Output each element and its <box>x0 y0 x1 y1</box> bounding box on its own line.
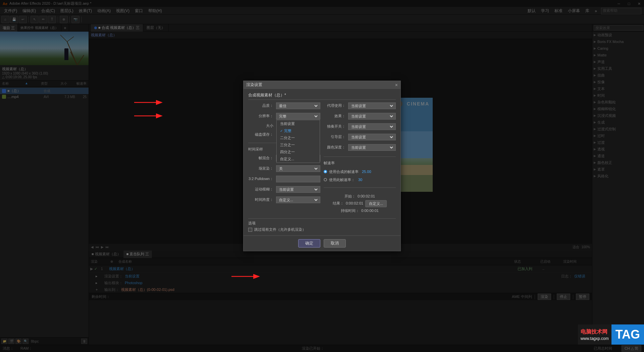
checkmark-icon: ✓ <box>280 129 283 133</box>
proxy-dropdown[interactable]: 当前设置 <box>350 103 394 108</box>
timespan-label: 时间跨度： <box>248 197 273 202</box>
radio-use-this-fps: 使用此帧速率： 30 <box>324 177 396 182</box>
comp-fps-value: 25.00 <box>362 170 371 174</box>
colordepth-select[interactable]: 当前设置 <box>348 144 396 151</box>
duration-label: 持续时间： <box>341 208 359 214</box>
dialog-right-col: 代理使用： 当前设置 效果： 当前设置 <box>324 102 396 216</box>
dd-quarter[interactable]: 四分之一 <box>277 148 320 156</box>
this-fps-value: 30 <box>358 178 362 182</box>
resolution-dropdown[interactable]: 完整 当前设置 二分之一 三分之一 四分之一 自定义... <box>278 114 319 119</box>
pulldown-value <box>276 176 320 182</box>
dialog-motionblur-row: 运动模糊： 当前设置 <box>248 186 320 193</box>
timespan-select[interactable]: 自定义... <box>276 196 320 203</box>
size-label: 大小 <box>248 123 273 128</box>
timespan-dropdown[interactable]: 自定义... <box>278 197 319 202</box>
dialog-proxy-row: 代理使用： 当前设置 <box>324 102 396 109</box>
end-value: 0:00:02:01 <box>346 201 363 207</box>
skip-existing-label: 跳过现有文件（允许多机渲染） <box>254 227 306 232</box>
time-section: 开始： 0:00:02:01 结果： 0:00:02:01 自定义... 持续时… <box>324 193 396 214</box>
dd-half[interactable]: 二分之一 <box>277 134 320 141</box>
quality-select[interactable]: 最佳 草图 线框 <box>276 102 320 109</box>
radio-use-comp-fps: 使用合成的帧速率 25.00 <box>324 169 396 174</box>
proxy-select[interactable]: 当前设置 <box>348 102 396 109</box>
colordepth-dropdown[interactable]: 当前设置 <box>350 145 394 150</box>
solo-label: 独奏开关： <box>324 124 345 129</box>
skip-existing-checkbox[interactable] <box>248 228 252 232</box>
modal-overlay: 渲染设置 × 合成视频素材（总）* 品质： 最佳 草图 线 <box>0 0 644 352</box>
options-title: 选项 <box>248 221 396 226</box>
quality-dropdown[interactable]: 最佳 草图 线框 <box>278 103 319 108</box>
pulldown-label: 3:2 Pulldown： <box>248 176 273 181</box>
dd-current[interactable]: 当前设置 <box>277 120 320 127</box>
start-time-row: 开始： 0:00:02:01 <box>324 193 396 200</box>
quality-label: 品质： <box>248 103 273 108</box>
watermark-tag: TAG <box>611 324 644 345</box>
motionblur-label: 运动模糊： <box>248 187 273 192</box>
effects-select[interactable]: 当前设置 <box>348 113 396 120</box>
use-comp-fps-label: 使用合成的帧速率 <box>329 169 359 174</box>
ok-button[interactable]: 确定 <box>298 239 320 248</box>
guide-label: 引导层： <box>324 134 345 139</box>
end-time-row: 结果： 0:00:02:01 自定义... <box>324 200 396 207</box>
render-settings-dialog: 渲染设置 × 合成视频素材（总）* 品质： 最佳 草图 线 <box>243 81 401 251</box>
divider3 <box>324 187 396 188</box>
effects-dropdown[interactable]: 当前设置 <box>350 114 394 119</box>
watermark: 电脑技术网 www.tagxp.com TAG <box>578 324 644 345</box>
end-label: 结果： <box>333 201 344 207</box>
diskcache-label: 磁盘缓存： <box>248 132 273 137</box>
dialog-fieldrender-row: 场宣染： 关 <box>248 165 320 172</box>
dialog-titlebar: 渲染设置 × <box>244 81 400 89</box>
dialog-2col: 品质： 最佳 草图 线框 分辨率： <box>248 102 396 216</box>
custom-button[interactable]: 自定义... <box>365 200 387 207</box>
dd-third[interactable]: 三分之一 <box>277 141 320 148</box>
fieldrender-dropdown[interactable]: 关 <box>278 166 319 171</box>
dialog-left-col: 品质： 最佳 草图 线框 分辨率： <box>248 102 320 216</box>
framerate-title: 帧速率 <box>324 161 396 166</box>
dialog-body: 合成视频素材（总）* 品质： 最佳 草图 线框 <box>244 89 400 235</box>
start-label: 开始： <box>344 193 356 200</box>
dialog-pulldown-row: 3:2 Pulldown： <box>248 176 320 182</box>
dialog-guide-row: 引导层： 当前设置 <box>324 134 396 140</box>
guide-select[interactable]: 当前设置 <box>348 134 396 140</box>
site-url: www.tagxp.com <box>581 336 609 341</box>
solo-select[interactable]: 当前设置 <box>348 123 396 130</box>
guide-dropdown[interactable]: 当前设置 <box>350 135 394 139</box>
dialog-quality-row: 品质： 最佳 草图 线框 <box>248 102 320 109</box>
skip-existing-row: 跳过现有文件（允许多机渲染） <box>248 227 396 232</box>
arrow1-svg <box>131 94 171 111</box>
fieldrender-select[interactable]: 关 <box>276 165 320 172</box>
fieldrender-label: 场宣染： <box>248 166 273 171</box>
dd-custom[interactable]: 自定义... <box>277 156 320 163</box>
dialog-timespan-row: 时间跨度： 自定义... <box>248 196 320 203</box>
effects-label: 效果： <box>324 114 345 119</box>
motionblur-dropdown[interactable]: 当前设置 <box>278 187 319 192</box>
dd-full[interactable]: ✓完整 <box>277 127 320 134</box>
divider4 <box>248 218 396 219</box>
start-value: 0:00:02:01 <box>358 193 375 200</box>
dialog-resolution-row: 分辨率： 完整 当前设置 二分之一 三分之一 四分之一 自定义... <box>248 113 320 120</box>
dialog-title: 渲染设置 <box>246 82 262 88</box>
arrow3-svg <box>228 268 268 285</box>
divider2 <box>324 157 396 157</box>
dialog-buttons: 确定 取消 <box>244 235 400 251</box>
watermark-text: 电脑技术网 www.tagxp.com <box>578 324 611 345</box>
site-name: 电脑技术网 <box>581 328 609 336</box>
duration-value: 0:00:00:01 <box>361 208 379 214</box>
dialog-solo-row: 独奏开关： 当前设置 <box>324 123 396 130</box>
radio-this-fps-icon[interactable] <box>324 178 327 181</box>
cancel-button[interactable]: 取消 <box>324 239 346 248</box>
solo-dropdown[interactable]: 当前设置 <box>350 124 394 129</box>
frameblend-label: 帧混合： <box>248 156 273 161</box>
motionblur-select[interactable]: 当前设置 <box>276 186 320 193</box>
resolution-dropdown-list: 当前设置 ✓完整 二分之一 三分之一 四分之一 自定义... <box>276 120 320 163</box>
proxy-label: 代理使用： <box>324 103 345 108</box>
dialog-effects-row: 效果： 当前设置 <box>324 113 396 120</box>
radio-comp-fps-icon[interactable] <box>324 170 327 173</box>
dialog-comp-name: 合成视频素材（总）* <box>248 92 396 100</box>
use-this-fps-label: 使用此帧速率： <box>329 177 355 182</box>
arrow2-svg <box>131 107 171 124</box>
colordepth-label: 颜色深度： <box>324 145 345 150</box>
resolution-select[interactable]: 完整 当前设置 二分之一 三分之一 四分之一 自定义... 当前设置 <box>276 113 320 120</box>
options-section: 选项 跳过现有文件（允许多机渲染） <box>248 221 396 232</box>
dialog-close-button[interactable]: × <box>395 82 398 88</box>
